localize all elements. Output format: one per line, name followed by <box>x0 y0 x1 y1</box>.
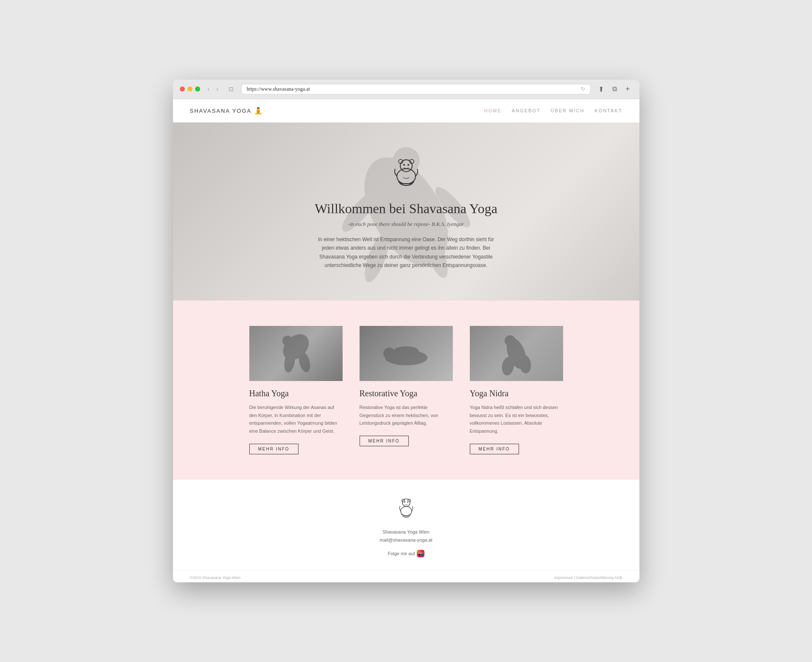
svg-point-17 <box>383 348 395 359</box>
svg-point-18 <box>393 346 419 356</box>
footer-bottom-bar: ©2019 Shavasana Yoga Wien Impressum | Da… <box>173 570 639 582</box>
browser-window: ‹ › ⊡ https://www.shavasana-yoga.at ↻ ⬆ … <box>173 80 639 582</box>
svg-point-9 <box>407 164 409 166</box>
mehr-info-nidra[interactable]: MEHR INFO <box>470 444 519 454</box>
card-text-hatha: Die beruhigende Wirkung der Asanas auf d… <box>249 403 343 435</box>
svg-point-13 <box>282 336 293 346</box>
nav-angebot[interactable]: ANGEBOT <box>512 108 541 113</box>
svg-point-28 <box>401 506 412 516</box>
browser-actions: ⬆ ⧉ + <box>596 84 633 95</box>
hero-quote: -in each pose there should be repose- B.… <box>315 221 497 228</box>
mehr-info-hatha[interactable]: MEHR INFO <box>249 444 299 454</box>
svg-point-8 <box>403 164 405 166</box>
svg-point-27 <box>407 501 407 502</box>
new-tab-button[interactable]: + <box>623 84 633 95</box>
website-content: SHAVASANA YOGA 🧘 HOME ANGEBOT ÜBER MICH … <box>173 99 639 582</box>
hero-mascot-icon <box>315 153 497 196</box>
back-button[interactable]: ‹ <box>205 85 212 93</box>
card-image-restorative <box>360 326 453 381</box>
address-bar[interactable]: https://www.shavasana-yoga.at ↻ <box>241 84 591 95</box>
nav-home[interactable]: HOME <box>484 108 502 113</box>
card-title-nidra: Yoga Nidra <box>470 389 563 398</box>
nav-uber-mich[interactable]: ÜBER MICH <box>551 108 585 113</box>
footer-mascot-icon <box>181 497 631 523</box>
card-text-restorative: Restorative Yoga ist das perfekte Gegens… <box>360 403 453 427</box>
svg-point-26 <box>404 501 405 502</box>
logo-yoga-icon: 🧘 <box>254 107 263 115</box>
browser-toolbar: ‹ › ⊡ https://www.shavasana-yoga.at ↻ ⬆ … <box>173 80 639 99</box>
svg-point-7 <box>400 160 412 172</box>
site-header: SHAVASANA YOGA 🧘 HOME ANGEBOT ÜBER MICH … <box>173 99 639 122</box>
footer-company: Shavasana Yoga Wien <box>181 528 631 537</box>
url-text: https://www.shavasana-yoga.at <box>247 86 310 92</box>
reader-view-button[interactable]: ⊡ <box>226 85 236 93</box>
maximize-button[interactable] <box>195 86 200 92</box>
card-restorative: Restorative Yoga Restorative Yoga ist da… <box>360 326 453 454</box>
instagram-icon[interactable]: 📷 <box>417 550 424 557</box>
footer-email[interactable]: mail@shavasana-yoga.at <box>181 536 631 545</box>
site-footer: Shavasana Yoga Wien mail@shavasana-yoga.… <box>173 480 639 570</box>
card-image-nidra <box>470 326 563 381</box>
footer-instagram[interactable]: Folge mir auf 📷 <box>181 550 631 557</box>
card-nidra: Yoga Nidra Yoga Nidra heißt schlafen und… <box>470 326 563 454</box>
traffic-lights <box>180 86 200 92</box>
card-title-hatha: Hatha Yoga <box>249 389 343 398</box>
site-logo[interactable]: SHAVASANA YOGA 🧘 <box>190 107 264 115</box>
logo-text: SHAVASANA YOGA <box>190 108 252 114</box>
card-title-restorative: Restorative Yoga <box>360 389 453 398</box>
card-image-hatha <box>249 326 343 381</box>
minimize-button[interactable] <box>187 86 193 92</box>
share-button[interactable]: ⬆ <box>596 84 606 95</box>
card-hatha: Hatha Yoga Die beruhigende Wirkung der A… <box>249 326 343 454</box>
nav-buttons: ‹ › <box>205 85 221 93</box>
site-nav: HOME ANGEBOT ÜBER MICH KONTAKT <box>484 108 622 113</box>
footer-legal[interactable]: Impressum | Datenschutzerklärung AGB <box>554 576 622 580</box>
svg-point-20 <box>505 335 516 346</box>
instagram-label: Folge mir auf <box>388 551 415 556</box>
footer-copyright: ©2019 Shavasana Yoga Wien <box>190 576 241 580</box>
svg-point-23 <box>402 499 410 506</box>
hero-title: Willkommen bei Shavasana Yoga <box>315 201 497 217</box>
nav-kontakt[interactable]: KONTAKT <box>594 108 622 113</box>
close-button[interactable] <box>180 86 185 92</box>
hero-content: Willkommen bei Shavasana Yoga -in each p… <box>306 153 506 270</box>
mehr-info-restorative[interactable]: MEHR INFO <box>360 436 409 446</box>
refresh-icon[interactable]: ↻ <box>581 86 585 92</box>
card-text-nidra: Yoga Nidra heißt schlafen und sich desse… <box>470 403 563 435</box>
hero-description: In einer hektischen Welt ist Entspannung… <box>317 235 495 270</box>
forward-button[interactable]: › <box>214 85 221 93</box>
cards-grid: Hatha Yoga Die beruhigende Wirkung der A… <box>215 326 597 454</box>
cards-section: Hatha Yoga Die beruhigende Wirkung der A… <box>173 300 639 480</box>
tabs-button[interactable]: ⧉ <box>610 84 619 95</box>
svg-point-6 <box>397 169 416 184</box>
hero-section: Willkommen bei Shavasana Yoga -in each p… <box>173 122 639 300</box>
